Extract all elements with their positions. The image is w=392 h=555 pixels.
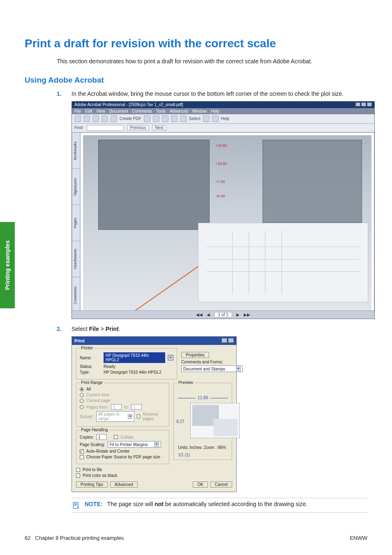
subheading: Using Adobe Acrobat — [25, 76, 367, 85]
menu-help: Help — [211, 109, 219, 113]
status-value: Ready — [104, 364, 115, 369]
toolbar: Create PDF Select 93% Help — [72, 114, 374, 124]
open-icon — [74, 116, 81, 122]
window-titlebar: Adobe Acrobat Professional - [2509cpz-Ta… — [72, 102, 374, 108]
comments-label: Comments and Forms: — [181, 360, 223, 364]
help-label: Help — [221, 116, 230, 121]
menubar: File Edit View Document Comments Tools A… — [72, 108, 374, 114]
note-icon — [144, 116, 150, 122]
zoom-icon — [212, 116, 219, 122]
name-label: Name: — [80, 356, 101, 360]
type-value: HP Designjet T610 44in HPGL2 — [104, 370, 161, 375]
step-text: Select File > Print. — [71, 325, 367, 333]
cancel-button: Cancel — [210, 481, 232, 488]
status-label: Status: — [80, 364, 101, 369]
radio-all — [80, 387, 84, 391]
chapter-label: Chapter 8 Practical printing examples — [35, 535, 124, 541]
menu-tools: Tools — [156, 109, 166, 113]
print-icon — [92, 116, 99, 122]
window-controls — [355, 102, 372, 107]
collate-checkbox — [114, 435, 118, 439]
window-title: Adobe Acrobat Professional - [2509cpz-Ta… — [74, 102, 183, 107]
side-panel-tabs: Bookmarks Signatures Pages Attachments C… — [72, 132, 80, 313]
properties-button: Properties — [181, 352, 209, 358]
chevron-down-icon — [236, 366, 241, 371]
page-title: Print a draft for revision with the corr… — [25, 37, 367, 50]
page-footer: 62 Chapter 8 Practical printing examples… — [25, 535, 367, 541]
save-icon — [83, 116, 90, 122]
note-callout: NOTE: The page size will not be automati… — [71, 498, 367, 513]
ok-button: OK — [193, 481, 208, 488]
preview-group: Preview 11.69 8.27 Units: Inches Zoom : … — [173, 383, 232, 460]
note-label: NOTE: — [85, 501, 103, 507]
snapshot-icon — [203, 116, 210, 122]
step-number: 1. — [57, 90, 64, 98]
print-dialog-screenshot: Print Printer Name: HP Designjet T610 44… — [71, 336, 237, 492]
page-of-label: 1/1 (1) — [178, 453, 190, 457]
close-icon — [228, 338, 234, 343]
dimension-label: +10.80 — [215, 143, 227, 148]
help-icon — [221, 338, 227, 343]
maximize-icon — [361, 102, 366, 106]
section-tab: Printing examples — [0, 222, 15, 308]
pages-from: 1 — [111, 404, 122, 410]
hand-icon — [180, 116, 187, 122]
close-icon — [367, 102, 372, 106]
chevron-down-icon — [154, 442, 159, 447]
step-number: 2. — [57, 325, 64, 333]
createpdf-label: Create PDF — [120, 116, 141, 121]
tab-attachments: Attachments — [72, 241, 80, 277]
menu-advanced: Advanced — [170, 109, 188, 113]
printer-name-select: HP Designjet T610 44in HPGL2 — [104, 352, 165, 363]
preview-thumbnail — [190, 403, 240, 438]
svg-rect-0 — [73, 502, 78, 509]
autorotate-checkbox — [80, 449, 84, 453]
findbar: Find: Previous Next — [72, 124, 374, 132]
preview-height: 8.27 — [176, 419, 184, 424]
type-label: Type: — [80, 370, 101, 375]
copies-input: 1 — [96, 434, 107, 440]
radio-pages — [80, 405, 84, 409]
email-icon — [101, 116, 108, 122]
tab-comments: Comments — [72, 277, 80, 313]
page-number: 62 — [25, 535, 30, 541]
printing-tips-button: Printing Tips — [76, 481, 108, 488]
dialog-title: Print — [74, 338, 85, 343]
dimension-label: +10.80 — [215, 162, 227, 166]
intro-text: This section demonstrates how to print a… — [57, 58, 367, 66]
page-indicator: 1 of 1 — [214, 312, 232, 317]
select-label: Select — [189, 116, 201, 121]
reverse-checkbox — [137, 414, 141, 419]
tab-signatures: Signatures — [72, 169, 80, 205]
footer-right: ENWW — [350, 535, 367, 541]
menu-file: File — [74, 109, 81, 113]
pages-to: 1 — [131, 404, 142, 410]
subset-select: All pages in range — [96, 411, 134, 422]
chevron-down-icon — [128, 414, 132, 419]
stamp-icon — [162, 116, 168, 122]
dialog-titlebar: Print — [72, 337, 236, 345]
find-next: Next — [152, 125, 166, 130]
print-to-file-checkbox — [76, 468, 80, 472]
highlight-icon — [153, 116, 159, 122]
menu-edit: Edit — [85, 109, 92, 113]
printer-group: Printer Name: HP Designjet T610 44in HPG… — [76, 348, 177, 379]
search-icon — [111, 116, 117, 122]
dimension-label: +6.40 — [215, 194, 225, 198]
print-range-group: Print Range All Current view Current pag… — [76, 383, 169, 427]
radio-current-page — [80, 399, 84, 403]
chevron-down-icon — [168, 355, 173, 360]
sign-icon — [171, 116, 178, 122]
acrobat-screenshot: Adobe Acrobat Professional - [2509cpz-Ta… — [71, 101, 375, 319]
note-icon — [71, 501, 81, 510]
units-label: Units: Inches — [178, 445, 202, 450]
papersource-checkbox — [80, 455, 84, 459]
step-text: In the Acrobat window, bring the mouse c… — [71, 90, 367, 98]
find-prev: Previous — [127, 125, 149, 130]
advanced-button: Advanced — [110, 481, 137, 488]
dimension-label: +7.50 — [215, 180, 225, 184]
scaling-select: Fit to Printer Margins — [108, 441, 161, 448]
tab-bookmarks: Bookmarks — [72, 132, 80, 169]
tab-pages: Pages — [72, 205, 80, 241]
zoom-label: Zoom : 86% — [204, 445, 226, 450]
